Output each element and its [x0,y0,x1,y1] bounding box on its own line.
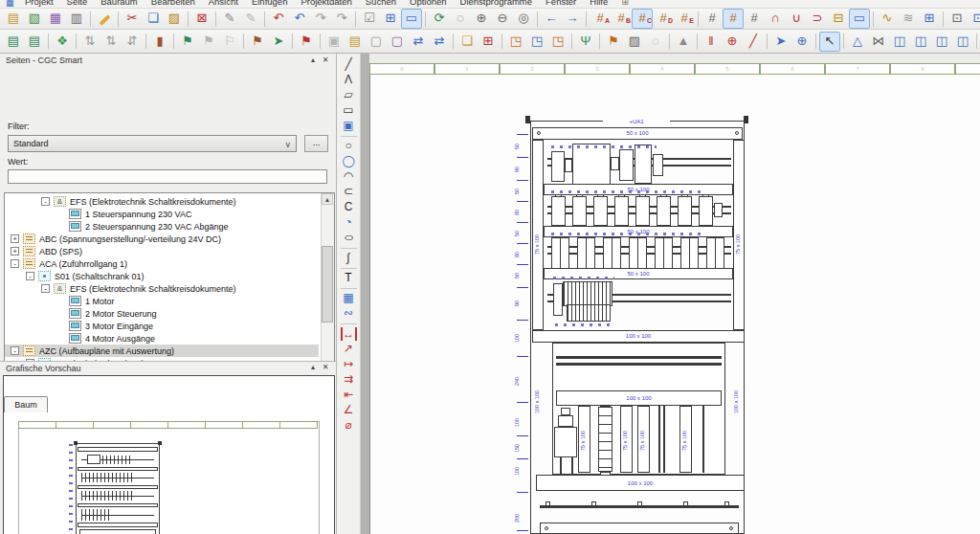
print-icon[interactable]: ▥ [66,9,87,29]
tree-item[interactable]: 1 Motor [5,295,319,307]
doc-swap-in-icon[interactable]: ⇄ [408,32,429,52]
undo-icon[interactable]: ↶ [268,9,289,29]
tree-expander[interactable]: + [11,247,19,256]
graph-slider-icon[interactable]: ∿ [877,9,898,29]
copy-gray-icon[interactable]: ▣ [323,32,345,52]
tree-expander[interactable]: - [11,259,19,268]
select-delete-icon[interactable]: ⊠ [191,9,212,29]
tree-scrollbar-thumb[interactable] [322,246,333,323]
grid-off-icon[interactable]: # [744,9,765,29]
draw-rectangle-icon[interactable]: ▭ [340,103,358,119]
menu-bauraum[interactable]: Bauraum [100,0,138,7]
undo-list-icon[interactable]: ↶ [289,9,310,29]
mirror-shape-icon[interactable]: ⋈ [868,32,889,52]
grid-a-icon[interactable]: #A [590,9,611,29]
tree-item[interactable]: -&EFS (Elektrotechnik Schaltkreisdokumen… [5,195,319,208]
magnet-on-icon[interactable]: ∩ [765,9,786,29]
draw-sector-icon[interactable]: ◔ [340,215,358,231]
refresh-icon[interactable]: ⟳ [429,9,450,29]
grid-b-icon[interactable]: #B [611,9,632,29]
tree-expander[interactable]: - [11,346,19,355]
filter-combobox[interactable]: Standard ∨ [8,135,297,152]
cone-3d-icon[interactable]: ▲ [673,32,694,52]
insert-text-icon[interactable]: T [340,271,358,286]
shape-prism-icon[interactable]: △ [847,32,868,52]
new-doc-icon[interactable]: ▤ [345,32,366,52]
renumber-12-icon[interactable]: ⇅ [100,32,122,52]
place-box-1-icon[interactable]: ◳ [505,32,526,52]
format-brush-2-icon[interactable]: ✎ [240,9,261,29]
grid-e-icon[interactable]: #E [674,9,695,29]
jump-insert-icon[interactable]: ➤ [268,32,289,52]
dashed-area-icon[interactable]: ◌ [645,32,666,52]
tree-expander[interactable]: + [11,234,19,243]
forward-icon[interactable]: → [562,9,583,29]
draw-circle-segment-icon[interactable]: ◯ [340,154,358,169]
plugin-puzzle-icon[interactable]: ❖ [52,32,73,52]
paste-icon[interactable]: ▨ [164,9,185,29]
preview-close-button[interactable]: ✕ [320,363,331,372]
doc-purple-icon[interactable]: ▢ [387,32,408,52]
draw-rectangle-2-icon[interactable]: ▣ [340,119,358,134]
cut-icon[interactable]: ✂ [122,9,143,29]
menu-ansicht[interactable]: Ansicht [209,0,238,7]
format-brush-icon[interactable]: ✎ [219,9,240,29]
flag-check-icon[interactable]: ⚑ [177,32,198,52]
dim-aligned-icon[interactable]: ↗ [340,342,358,357]
open-page-icon[interactable]: ▧ [24,9,45,29]
page-to-cart-2-icon[interactable]: ▤ [24,32,45,52]
back-icon[interactable]: ← [541,9,562,29]
zoom-area-icon[interactable]: ◌ [450,9,471,29]
zoom-in-icon[interactable]: ⊕ [471,9,492,29]
zoom-out-icon[interactable]: ⊖ [492,9,513,29]
preview-collapse-button[interactable]: ▴ [307,363,319,372]
dim-slant-icon[interactable]: ╱ [743,32,764,52]
dim-continued-icon[interactable]: ↦ [340,357,358,372]
pane-split-1-icon[interactable]: ◫ [889,32,910,52]
tree-item[interactable]: -ACA (Zuführrollgang 1) [5,257,319,270]
pane-split-3-icon[interactable]: ◫ [931,32,952,52]
copy-icon[interactable]: ❏ [143,9,164,29]
draw-arc-2-icon[interactable]: ⊂ [340,185,358,200]
object-snap-icon[interactable]: ⊃ [807,9,828,29]
cursor-pick-icon[interactable]: ➤ [770,32,791,52]
insert-hyperlink-icon[interactable]: ∾ [340,306,358,322]
dim-radius-icon[interactable]: ⌀ [340,418,358,434]
filter-browse-button[interactable]: ... [304,135,328,152]
grid-blue-icon[interactable]: ⊞ [919,9,940,29]
flag-insert-icon[interactable]: ⚑ [247,32,268,52]
center-target-icon[interactable]: ⊕ [791,32,813,52]
select-cursor-icon[interactable]: ↖ [819,32,840,52]
renumber-sort-icon[interactable]: ⇵ [122,32,143,52]
tree-expander[interactable]: - [41,197,50,206]
toolbar-overflow-icon[interactable]: ⊞ [621,0,629,7]
dim-angle-icon[interactable]: ∠ [340,403,358,418]
doc-plain-icon[interactable]: ▢ [366,32,387,52]
marker-flag-icon[interactable]: ⚑ [603,32,624,52]
align-grid-small-icon[interactable]: ⊡ [947,9,968,29]
draw-polygon-icon[interactable]: ▱ [340,88,358,103]
page-to-cart-icon[interactable]: ▤ [3,32,24,52]
rail-red-icon[interactable]: ‖ [701,32,722,52]
tree-item[interactable]: -S01 (Schaltschrank 01) [5,270,319,282]
hatch-area-icon[interactable]: ▨ [624,32,645,52]
menu-projekt[interactable]: Projekt [25,0,54,7]
tree-item[interactable]: 4 Motor Ausgänge [5,332,319,345]
ruler-panel-icon[interactable]: ⊟ [828,9,849,29]
align-grid-large-icon[interactable]: ⊡ [968,9,980,29]
place-box-3-icon[interactable]: ◳ [547,32,568,52]
menu-projektdaten[interactable]: Projektdaten [301,0,351,7]
menu-dienstprogramme[interactable]: Dienstprogramme [460,0,533,7]
tree-item[interactable]: +ABD (SPS) [5,245,319,257]
pane-split-2-icon[interactable]: ◫ [910,32,931,52]
zoom-whole-page-icon[interactable]: ◎ [513,9,534,29]
tree-expander[interactable]: - [26,272,34,280]
connection-tree-icon[interactable]: Ψ [575,32,596,52]
tree-expander[interactable]: - [41,284,50,293]
draw-polyline-icon[interactable]: Λ [340,73,358,88]
pages-panel-close-button[interactable]: ✕ [320,56,331,65]
menu-einfügen[interactable]: Einfügen [252,0,288,7]
tree-item[interactable]: 1 Steuerspannung 230 VAC [5,208,319,220]
renumber-123-icon[interactable]: ⇅ [79,32,100,52]
draw-arc-3-icon[interactable]: C [340,200,358,215]
